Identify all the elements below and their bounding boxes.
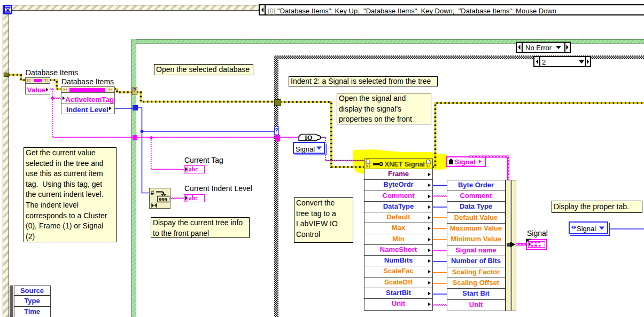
svg-text:?!: ?!	[426, 164, 431, 169]
svg-text:IO: IO	[305, 134, 313, 141]
svg-text:#: #	[151, 189, 154, 196]
svg-text:999: 999	[159, 196, 167, 202]
svg-text:?!: ?!	[366, 164, 371, 169]
